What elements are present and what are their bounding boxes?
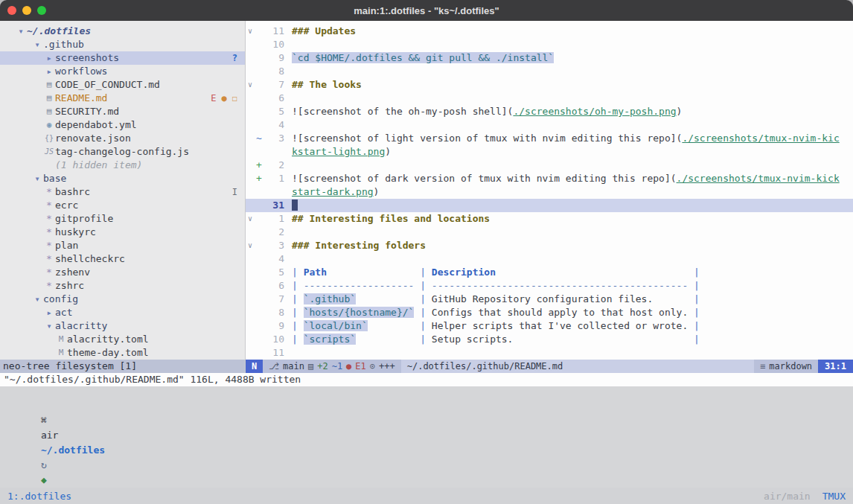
editor-line[interactable]: ∨ 3### Interesting folders bbox=[246, 239, 853, 252]
node-icon: ◆ bbox=[41, 474, 47, 485]
git-sign bbox=[255, 239, 263, 252]
editor-line[interactable]: 9| `local/bin` | Helper scripts that I'v… bbox=[246, 319, 853, 333]
tree-item-zshenv[interactable]: *zshenv bbox=[0, 266, 245, 279]
text-segment: ------------------- bbox=[304, 280, 415, 291]
text-segment: ### Updates bbox=[292, 25, 356, 36]
tree-item-alacritty-toml[interactable]: Malacritty.toml bbox=[0, 333, 245, 346]
tree-item-label: ecrc bbox=[55, 199, 78, 212]
tree-item-security-md[interactable]: ▤SECURITY.md bbox=[0, 105, 245, 118]
tree-item-bashrc[interactable]: *bashrcI bbox=[0, 185, 245, 199]
text-segment: ) bbox=[677, 106, 683, 117]
git-sign bbox=[255, 38, 263, 51]
editor-line[interactable]: +2 bbox=[246, 159, 853, 172]
shell-pane[interactable]: ⌘ air ~/.dotfiles ↻ ◆ 20.15.0 → bbox=[0, 386, 853, 488]
tree-item-config[interactable]: ▾config bbox=[0, 293, 245, 306]
editor-line[interactable]: 11 bbox=[246, 346, 853, 360]
editor-line[interactable]: +1![screenshot of dark version of tmux w… bbox=[246, 172, 853, 185]
editor-line[interactable]: 6| ------------------- | ---------------… bbox=[246, 279, 853, 293]
editor-wrap-line[interactable]: start-dark.png) bbox=[246, 185, 853, 199]
tree-item-gitprofile[interactable]: *gitprofile bbox=[0, 212, 245, 226]
tmux-window-item[interactable]: 1:.dotfiles bbox=[7, 491, 71, 502]
tree-item-screenshots[interactable]: ▸screenshots? bbox=[0, 51, 245, 65]
editor-line[interactable]: ~3![screenshot of light version of tmux … bbox=[246, 132, 853, 145]
editor-line[interactable]: 10| `scripts` | Setup scripts. | bbox=[246, 333, 853, 346]
editor-line[interactable]: 6 bbox=[246, 92, 853, 105]
fullscreen-button[interactable] bbox=[37, 6, 46, 15]
tree-item-dependabot-yml[interactable]: ◉dependabot.yml bbox=[0, 118, 245, 132]
editor-line[interactable]: 10 bbox=[246, 38, 853, 51]
line-text: ## Interesting files and locations bbox=[292, 212, 853, 226]
editor-line[interactable]: 8 bbox=[246, 65, 853, 78]
git-sign bbox=[255, 226, 263, 239]
editor-panel: ∨ 11### Updates 10 9`cd $HOME/.dotfiles … bbox=[246, 21, 853, 373]
tmux-session-name: air/main bbox=[764, 491, 811, 502]
diff-added: +2 bbox=[317, 360, 328, 373]
dependabot-icon: ◉ bbox=[43, 118, 55, 132]
fold-marker-icon bbox=[246, 226, 255, 239]
tree-item-act[interactable]: ▸act bbox=[0, 306, 245, 319]
tree-item-tag-changelog-config-js[interactable]: JStag-changelog-config.js bbox=[0, 145, 245, 159]
statusline: N ⎇ main ▤ +2 ~1 ● E1 ⊙ +++ ~/.dotfiles/… bbox=[246, 360, 853, 373]
git-sign bbox=[255, 199, 263, 212]
line-number: 9 bbox=[263, 51, 284, 65]
tree-item-label: ~/.dotfiles bbox=[27, 25, 91, 38]
tree-item-shellcheckrc[interactable]: *shellcheckrc bbox=[0, 252, 245, 266]
shell-icon: * bbox=[43, 239, 55, 252]
tree-item-workflows[interactable]: ▸workflows bbox=[0, 65, 245, 78]
close-button[interactable] bbox=[7, 6, 16, 15]
tree-item-label: tag-changelog-config.js bbox=[55, 145, 189, 159]
text-segment: | bbox=[292, 334, 304, 345]
tree-item-theme-day-toml[interactable]: Mtheme-day.toml bbox=[0, 346, 245, 360]
editor-line[interactable]: ∨ 7## The looks bbox=[246, 78, 853, 92]
tree-item-renovate-json[interactable]: {}renovate.json bbox=[0, 132, 245, 145]
tree-item-label: alacritty bbox=[55, 319, 107, 333]
hunks-value: +++ bbox=[379, 360, 395, 373]
git-sign bbox=[255, 145, 263, 159]
line-number: 10 bbox=[263, 38, 284, 51]
tree-item-huskyrc[interactable]: *huskyrc bbox=[0, 226, 245, 239]
filetype-icon: ≡ bbox=[760, 360, 765, 373]
tree-item-ecrc[interactable]: *ecrc bbox=[0, 199, 245, 212]
text-segment: | bbox=[292, 307, 304, 318]
minimize-button[interactable] bbox=[22, 6, 31, 15]
editor-line[interactable]: 4 bbox=[246, 252, 853, 266]
tree-item-badges: E●☐ bbox=[211, 92, 237, 105]
text-segment bbox=[356, 293, 420, 304]
editor-cursor-line[interactable]: 31 bbox=[246, 199, 853, 212]
line-number: 8 bbox=[263, 306, 284, 319]
tree-item-code-of-conduct-md[interactable]: ▤CODE_OF_CONDUCT.md bbox=[0, 78, 245, 92]
editor-line[interactable]: 5![screenshot of the oh-my-posh shell](.… bbox=[246, 105, 853, 118]
tree-item-github[interactable]: ▾.github bbox=[0, 38, 245, 51]
editor-line[interactable]: 9`cd $HOME/.dotfiles && git pull && ./in… bbox=[246, 51, 853, 65]
editor-buffer[interactable]: ∨ 11### Updates 10 9`cd $HOME/.dotfiles … bbox=[246, 21, 853, 360]
editor-line[interactable]: 7| `.github` | GitHub Repository configu… bbox=[246, 293, 853, 306]
fold-marker-icon bbox=[246, 199, 255, 212]
line-number: 31 bbox=[263, 199, 284, 212]
editor-line[interactable]: 4 bbox=[246, 118, 853, 132]
collapsed-icon: ▸ bbox=[43, 306, 55, 319]
editor-wrap-line[interactable]: kstart-light.png) bbox=[246, 145, 853, 159]
editor-line[interactable]: 5| Path | Description | bbox=[246, 266, 853, 279]
line-text bbox=[292, 252, 853, 266]
traffic-lights bbox=[7, 6, 46, 15]
tree-item-1-hidden-item[interactable]: (1 hidden item) bbox=[0, 159, 245, 172]
editor-line[interactable]: 2 bbox=[246, 226, 853, 239]
text-segment: ) bbox=[374, 186, 380, 197]
tree-item-base[interactable]: ▾base bbox=[0, 172, 245, 185]
tree-item-dotfiles[interactable]: ▾~/.dotfiles bbox=[0, 25, 245, 38]
tree-item-readme-md[interactable]: ▤README.mdE●☐ bbox=[0, 92, 245, 105]
expanded-icon: ▾ bbox=[31, 172, 43, 185]
text-segment: ![screenshot of dark version of tmux wit… bbox=[292, 173, 677, 184]
tree-item-plan[interactable]: *plan bbox=[0, 239, 245, 252]
editor-line[interactable]: ∨ 11### Updates bbox=[246, 25, 853, 38]
line-text bbox=[292, 65, 853, 78]
text-segment: ## The looks bbox=[292, 79, 362, 90]
line-text bbox=[292, 118, 853, 132]
tree-item-label: SECURITY.md bbox=[55, 105, 119, 118]
editor-line[interactable]: ∨ 1## Interesting files and locations bbox=[246, 212, 853, 226]
editor-line[interactable]: 8| `hosts/{hostname}/` | Configs that sh… bbox=[246, 306, 853, 319]
tree-item-zshrc[interactable]: *zshrc bbox=[0, 279, 245, 293]
expanded-icon: ▾ bbox=[43, 319, 55, 333]
git-sign bbox=[255, 78, 263, 92]
tree-item-alacritty[interactable]: ▾alacritty bbox=[0, 319, 245, 333]
